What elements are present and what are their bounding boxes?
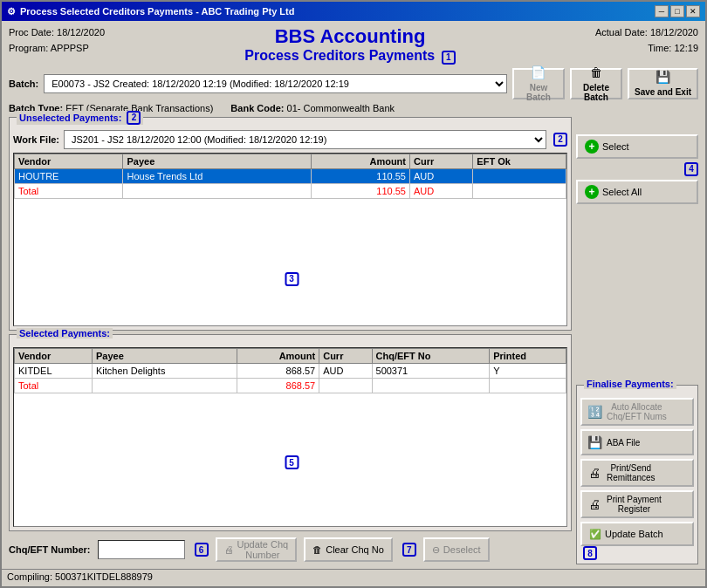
bank-code-info: Bank Code: 01- Commonwealth Bank	[230, 103, 395, 113]
chq-input[interactable]	[98, 540, 185, 559]
update-batch-label: Update Batch	[605, 529, 663, 539]
proc-date-value: 18/12/2020	[57, 27, 105, 38]
work-file-row: Work File: JS201 - JS2 18/12/2020 12:00 …	[13, 130, 567, 149]
deselect-label: Deselect	[443, 544, 481, 555]
save-exit-label: Save and Exit	[635, 87, 691, 97]
clear-chq-button[interactable]: 🗑 Clear Chq No	[304, 537, 393, 562]
sel-payee-cell: Kitchen Delights	[92, 363, 237, 378]
unselected-table-header: Vendor Payee Amount Curr EFT Ok	[15, 154, 566, 168]
unselected-payments-title: Unselected Payments: 2	[17, 111, 143, 125]
program-value: APPPSP	[51, 43, 89, 53]
aba-file-button[interactable]: 💾 ABA File	[580, 429, 694, 455]
badge-4: 4	[684, 162, 698, 176]
total-eft	[473, 183, 566, 198]
save-exit-button[interactable]: 💾 Save and Exit	[628, 68, 698, 99]
sel-amount-cell: 868.57	[237, 363, 319, 378]
batch-select[interactable]: E00073 - JS2 Created: 18/12/2020 12:19 (…	[44, 74, 507, 93]
print-remittances-button[interactable]: 🖨 Print/SendRemittances	[580, 459, 694, 487]
total-payee	[123, 183, 311, 198]
right-panel: + Select 4 + Select All Finalise Payment…	[576, 117, 698, 565]
main-title: BBS Accounting	[105, 25, 595, 48]
selected-table-container: Vendor Payee Amount Curr Chq/EFT No Prin…	[13, 347, 567, 527]
title-bar-left: ⚙ Process Selected Creditors Payments - …	[7, 6, 294, 17]
sel-total-amount: 868.57	[237, 378, 319, 393]
table-row[interactable]: HOUTRE House Trends Ltd 110.55 AUD	[15, 168, 566, 183]
col-eft-ok: EFT Ok	[473, 154, 566, 168]
print-remittances-icon: 🖨	[586, 464, 603, 482]
selected-payments-panel: Selected Payments: Vendor Payee Amount C…	[9, 334, 572, 531]
delete-batch-icon: 🗑	[590, 65, 602, 79]
work-file-select[interactable]: JS201 - JS2 18/12/2020 12:00 (Modified: …	[64, 130, 546, 149]
actual-date-value: 18/12/2020	[650, 27, 698, 38]
col-payee: Payee	[123, 154, 311, 168]
new-batch-button[interactable]: 📄 NewBatch	[512, 68, 565, 99]
table-row[interactable]: KITDEL Kitchen Delights 868.57 AUD 50037…	[15, 363, 566, 378]
col-vendor: Vendor	[15, 154, 123, 168]
total-amount: 110.55	[311, 183, 409, 198]
proc-date-label: Proc Date:	[9, 27, 54, 38]
title-bar: ⚙ Process Selected Creditors Payments - …	[2, 2, 705, 21]
select-label: Select	[602, 141, 629, 152]
selected-table: Vendor Payee Amount Curr Chq/EFT No Prin…	[14, 348, 566, 393]
sel-total-printed	[490, 378, 566, 393]
bottom-bar: Chq/EFT Number: 6 🖨 Update ChqNumber 🗑 C…	[9, 535, 572, 564]
app-icon: ⚙	[7, 6, 16, 17]
update-batch-button[interactable]: ✅ Update Batch	[580, 522, 694, 546]
badge-2: 2	[127, 111, 141, 125]
select-button[interactable]: + Select	[576, 134, 698, 159]
status-text: Compiling: 500371KITDEL888979	[7, 571, 153, 582]
sel-col-amount: Amount	[237, 348, 319, 363]
deselect-icon: ⊖	[432, 544, 440, 556]
select-all-button[interactable]: + Select All	[576, 180, 698, 204]
finalise-payments-panel: Finalise Payments: 🔢 Auto AllocateChq/EF…	[576, 385, 698, 564]
deselect-button[interactable]: ⊖ Deselect	[423, 537, 490, 562]
header-row: Proc Date: 18/12/2020 Program: APPPSP BB…	[9, 25, 698, 65]
aba-file-icon: 💾	[586, 434, 603, 451]
eft-ok-cell	[473, 168, 566, 183]
payee-cell: House Trends Ltd	[123, 168, 311, 183]
time-label: Time:	[648, 43, 671, 53]
save-exit-icon: 💾	[656, 70, 670, 84]
select-button-group: + Select 4 + Select All	[576, 117, 698, 204]
sel-total-payee	[92, 378, 237, 393]
clear-chq-label: Clear Chq No	[326, 544, 384, 555]
print-register-button[interactable]: 🖨 Print PaymentRegister	[580, 490, 694, 518]
program-label: Program:	[9, 43, 48, 53]
center-title: BBS Accounting Process Creditors Payment…	[105, 25, 595, 65]
delete-batch-button[interactable]: 🗑 DeleteBatch	[570, 68, 622, 99]
sel-vendor-cell: KITDEL	[15, 363, 93, 378]
badge-5: 5	[285, 455, 299, 469]
main-window: ⚙ Process Selected Creditors Payments - …	[0, 0, 707, 588]
unselected-table: Vendor Payee Amount Curr EFT Ok HOUTRE	[14, 154, 566, 199]
finalise-title: Finalise Payments:	[584, 379, 676, 389]
close-button[interactable]: ✕	[686, 5, 700, 17]
total-label: Total	[15, 183, 123, 198]
sel-curr-cell: AUD	[319, 363, 372, 378]
badge-8: 8	[583, 546, 597, 560]
sub-title: Process Creditors Payments 1	[105, 48, 595, 65]
select-all-label: Select All	[602, 187, 642, 197]
toolbar-row: Batch: E00073 - JS2 Created: 18/12/2020 …	[9, 68, 698, 99]
table-row: Total 110.55 AUD	[15, 183, 566, 198]
curr-cell: AUD	[409, 168, 472, 183]
col-curr: Curr	[409, 154, 472, 168]
actual-date-label: Actual Date:	[595, 27, 648, 38]
minimize-button[interactable]: ─	[655, 5, 669, 17]
sel-col-printed: Printed	[490, 348, 566, 363]
proc-date-info: Proc Date: 18/12/2020 Program: APPPSP	[9, 25, 105, 56]
update-chq-button[interactable]: 🖨 Update ChqNumber	[216, 537, 298, 562]
selected-table-header: Vendor Payee Amount Curr Chq/EFT No Prin…	[15, 348, 566, 363]
sel-col-curr: Curr	[319, 348, 372, 363]
badge-3: 3	[285, 272, 299, 286]
new-batch-icon: 📄	[531, 65, 546, 79]
badge-6: 6	[195, 543, 209, 557]
badge-1: 1	[442, 51, 456, 65]
maximize-button[interactable]: □	[670, 5, 684, 17]
auto-allocate-button[interactable]: 🔢 Auto AllocateChq/EFT Nums	[580, 398, 694, 426]
update-chq-icon: 🖨	[224, 544, 234, 555]
selected-payments-title: Selected Payments:	[17, 328, 113, 338]
aba-file-label: ABA File	[607, 438, 640, 448]
select-plus-icon: +	[585, 140, 599, 154]
status-bar: Compiling: 500371KITDEL888979	[2, 569, 705, 586]
sel-total-curr	[319, 378, 372, 393]
